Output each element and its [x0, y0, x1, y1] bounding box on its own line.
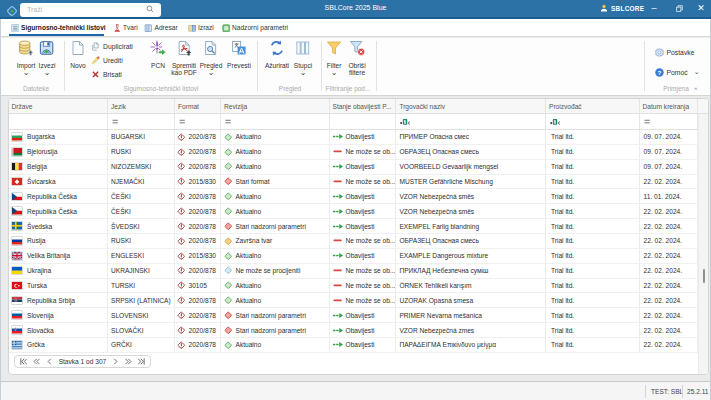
svg-text:?: ?: [657, 68, 661, 75]
